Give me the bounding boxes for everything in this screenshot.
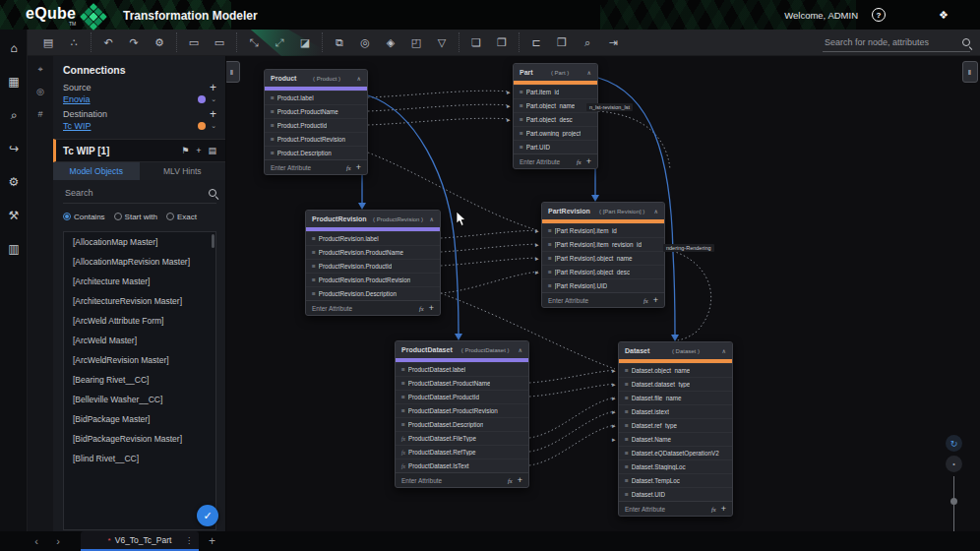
zoom-slider[interactable]: [953, 476, 954, 533]
attribute-row[interactable]: ≡Dataset.UID: [619, 487, 732, 501]
brand-diamond-icon[interactable]: ❖: [937, 8, 950, 22]
flag-icon[interactable]: ⚑: [181, 146, 189, 155]
enter-attribute-row[interactable]: Enter Attributefx+: [396, 472, 528, 487]
list-item[interactable]: [Belleville Washer__CC]: [64, 390, 215, 409]
source-model-icon[interactable]: ▭: [181, 32, 207, 52]
add-attribute-icon[interactable]: +: [518, 476, 522, 484]
add-destination-button[interactable]: +: [210, 109, 216, 119]
tab-model-objects[interactable]: Model Objects: [53, 162, 140, 180]
attribute-row[interactable]: ≡Dataset.TempLoc: [619, 473, 732, 487]
node-header[interactable]: Part( Part )∧: [514, 64, 597, 81]
layers-icon[interactable]: ◈: [378, 32, 403, 52]
destination-connection-link[interactable]: Tc WIP: [63, 121, 92, 131]
collapse-right-panel-handle[interactable]: ‖: [962, 61, 978, 83]
collapse-all-icon[interactable]: ⤡: [241, 32, 267, 52]
model-search-input[interactable]: [63, 187, 209, 199]
merge-icon[interactable]: ⧉: [327, 32, 352, 52]
search-icon[interactable]: [209, 189, 216, 197]
enter-attribute-row[interactable]: Enter Attributefx+: [514, 153, 597, 168]
list-item[interactable]: [AllocationMap Master]: [64, 232, 215, 252]
attribute-row[interactable]: ▸≡[Part Revision].item_id: [542, 223, 664, 237]
operations-icon[interactable]: ◎: [352, 32, 378, 52]
attribute-row[interactable]: ≡Product.ProductName: [265, 104, 367, 118]
node-ProductRevision[interactable]: ProductRevision( ProductRevision )∧≡Prod…: [305, 210, 441, 316]
tools-icon[interactable]: ⚒: [0, 203, 28, 228]
grid-icon[interactable]: #: [28, 104, 53, 124]
attribute-row[interactable]: ▸≡Dataset.ref_type: [619, 418, 732, 432]
collapse-node-icon[interactable]: ∧: [654, 208, 658, 214]
tab-mlv-hints[interactable]: MLV Hints: [140, 162, 226, 180]
table-icon[interactable]: ▤: [208, 146, 216, 155]
settings-icon[interactable]: ⚙: [147, 32, 172, 52]
expand-all-icon[interactable]: ⤢: [267, 32, 292, 52]
zoom-fit-button[interactable]: •: [946, 456, 962, 472]
list-item[interactable]: [ArcWeld Attribute Form]: [64, 311, 215, 331]
list-item[interactable]: [BidPackageRevision Master]: [64, 429, 215, 449]
home-icon[interactable]: ⌂: [0, 35, 28, 61]
attribute-row[interactable]: ▸≡[Part Revision].object_name: [542, 251, 664, 265]
collapse-node-icon[interactable]: ∧: [722, 347, 726, 354]
fx-icon[interactable]: fx: [508, 477, 513, 484]
panel-icon[interactable]: ◰: [403, 32, 429, 52]
node-Dataset[interactable]: Dataset( Dataset )∧▸≡Dataset.object_name…: [618, 341, 733, 517]
model-section-header[interactable]: Tc WIP [1] ⚑ + ▤: [53, 139, 225, 162]
report-icon[interactable]: ▥: [0, 236, 28, 262]
radio-icon[interactable]: [114, 213, 122, 220]
list-item[interactable]: [ArcWeld Master]: [64, 331, 215, 350]
enter-attribute-row[interactable]: Enter Attributefx+: [542, 292, 664, 307]
node-header[interactable]: Product( Product )∧: [265, 70, 367, 87]
attribute-row[interactable]: ≡Product.Description: [265, 146, 367, 159]
chevron-down-icon[interactable]: ⌄: [211, 95, 216, 103]
attribute-row[interactable]: ▸≡Dataset.dataset_type: [619, 377, 732, 391]
fit-view-icon[interactable]: ◪: [292, 32, 318, 52]
exit-icon[interactable]: ↪: [0, 136, 28, 161]
target-model-icon[interactable]: ▭: [207, 32, 232, 52]
folder-icon[interactable]: ❒: [549, 32, 575, 52]
attribute-row[interactable]: ▸≡Dataset.object_name: [619, 363, 732, 377]
attribute-row[interactable]: ≡Dataset.StagingLoc: [619, 459, 732, 473]
radio-icon[interactable]: [63, 213, 71, 220]
clear-text-icon[interactable]: ⊏: [523, 32, 549, 52]
add-attribute-icon[interactable]: +: [721, 505, 726, 513]
attribute-row[interactable]: ≡Product.label: [265, 91, 367, 104]
attribute-row[interactable]: ≡[Part Revision].UID: [542, 278, 664, 292]
attribute-row[interactable]: ≡ProductRevision.label: [306, 231, 440, 245]
enter-attribute-row[interactable]: Enter Attributefx+: [265, 159, 367, 174]
attribute-row[interactable]: ≡ProductRevision.ProductRevision: [306, 273, 440, 286]
mapping-tab-active[interactable]: * V6_To_Tc_Part ⋮: [81, 531, 199, 551]
auto-layout-icon[interactable]: ∴: [61, 32, 87, 52]
pin-icon[interactable]: ⌖: [28, 59, 53, 79]
fx-icon[interactable]: fx: [419, 305, 424, 312]
add-source-button[interactable]: +: [210, 83, 216, 92]
filter-exact[interactable]: Exact: [166, 213, 197, 221]
filter-icon[interactable]: ▽: [429, 32, 455, 52]
node-header[interactable]: Dataset( Dataset )∧: [619, 342, 732, 359]
fx-icon[interactable]: fx: [577, 158, 582, 165]
collapse-left-panel-handle[interactable]: ‖: [224, 61, 240, 83]
doc-search-icon[interactable]: ⌕: [575, 32, 600, 52]
attribute-row[interactable]: ≡ProductDataset.ProductId: [396, 390, 528, 403]
attribute-row[interactable]: ▸≡[Part Revision].object_desc: [542, 265, 664, 278]
attribute-row[interactable]: ≡Part.UID: [514, 140, 597, 153]
add-attribute-icon[interactable]: +: [356, 163, 361, 171]
attribute-row[interactable]: ≡ProductRevision.Description: [306, 286, 440, 300]
document-icon[interactable]: ❐: [489, 32, 515, 52]
export-icon[interactable]: ⇥: [600, 32, 626, 52]
filter-contains[interactable]: Contains: [63, 213, 105, 221]
help-icon[interactable]: ?: [872, 8, 886, 22]
list-item[interactable]: [AllocationMapRevision Master]: [64, 252, 215, 272]
attribute-row[interactable]: ≡ProductDataset.label: [396, 362, 528, 376]
radio-icon[interactable]: [166, 213, 174, 220]
collapse-node-icon[interactable]: ∧: [430, 215, 434, 222]
status-icon[interactable]: ◎: [28, 82, 53, 101]
filter-start-with[interactable]: Start with: [114, 213, 157, 221]
collapse-node-icon[interactable]: ∧: [587, 69, 591, 76]
attribute-row[interactable]: ≡ProductRevision.ProductName: [306, 245, 440, 259]
node-header[interactable]: PartRevision( [Part Revision] )∧: [542, 203, 664, 219]
attribute-row[interactable]: ≡Part.owning_project: [514, 126, 597, 140]
node-search-input[interactable]: [823, 36, 956, 48]
add-attribute-icon[interactable]: +: [653, 296, 658, 304]
dashboard-icon[interactable]: ▦: [0, 69, 28, 94]
zoom-reset-button[interactable]: ↻: [946, 435, 962, 452]
node-Part[interactable]: Part( Part )∧▸≡Part.item_id▸≡Part.object…: [513, 63, 598, 169]
